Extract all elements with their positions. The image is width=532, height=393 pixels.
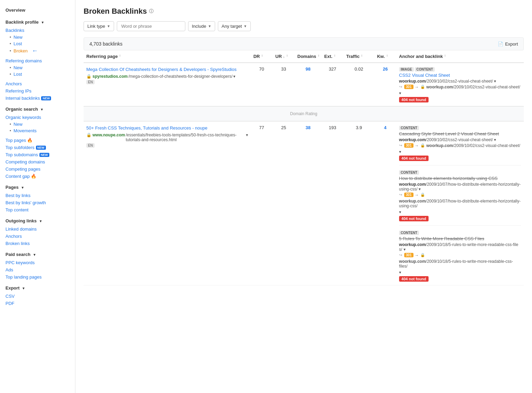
- anchor-title-link[interactable]: Cascading Style Sheet Level 2 Visual Che…: [399, 131, 521, 136]
- th-referring-info[interactable]: ⁱ: [120, 54, 120, 59]
- sidebar-top-subdomains[interactable]: Top subdomains NEW: [0, 151, 75, 158]
- tag-content: CONTENT: [399, 231, 419, 235]
- page-title-link[interactable]: Mega Collection Of Cheatsheets for Desig…: [86, 67, 237, 72]
- sidebar-backlinks-new[interactable]: • New: [0, 34, 75, 40]
- anchor-title-link[interactable]: 5 Rules To Write More Readable CSS Files: [399, 236, 521, 241]
- th-traffic-info[interactable]: ⁱ: [361, 54, 362, 59]
- tag-content: CONTENT: [399, 170, 419, 175]
- word-phrase-input[interactable]: [117, 21, 185, 31]
- fire-icon-top-pages: 🔥: [27, 138, 33, 143]
- sidebar-organic-new[interactable]: • New: [0, 121, 75, 127]
- domain-name[interactable]: www.noupe.com: [92, 133, 125, 137]
- cell-kw: 4: [374, 122, 396, 285]
- badge-404: 404 not found: [399, 216, 429, 221]
- sidebar-linked-domains[interactable]: Linked domains: [0, 225, 75, 233]
- cell-referring-page: Mega Collection Of Cheatsheets for Desig…: [84, 63, 251, 106]
- anchor-dropdown[interactable]: ▾: [494, 137, 496, 142]
- cell-dr: 70: [251, 63, 273, 106]
- domain-rating-tooltip-row: Domain Rating: [84, 106, 524, 122]
- lock-small-icon: 🔒: [420, 143, 425, 148]
- anchor-block: IMAGECONTENT CSS2 Visual Cheat Sheet woo…: [399, 66, 521, 102]
- sidebar-backlinks-lost[interactable]: • Lost: [0, 40, 75, 47]
- th-kw-info[interactable]: ⁱ: [387, 54, 387, 59]
- internal-backlinks-badge: NEW: [41, 96, 51, 100]
- sidebar-referring-ips[interactable]: Referring IPs: [0, 87, 75, 95]
- redirect-row: ↪ 301 → 🔒 woorkup.com/2009/10/02/css2-vi…: [399, 85, 521, 96]
- sidebar-best-by-links[interactable]: Best by links: [0, 192, 75, 199]
- sidebar-top-pages[interactable]: Top pages 🔥: [0, 137, 75, 144]
- redirect-dest-url[interactable]: woorkup.com/2009/10/02/css2-visual-cheat…: [426, 143, 520, 148]
- sidebar-backlinks-broken[interactable]: • Broken ←: [0, 47, 75, 54]
- sidebar-paid-search[interactable]: Paid search ▼: [0, 250, 75, 259]
- tag-content: CONTENT: [415, 67, 435, 72]
- domain-name[interactable]: spyrestudios.com: [92, 74, 128, 79]
- sidebar-organic-movements[interactable]: • Movements: [0, 127, 75, 134]
- th-ur-info[interactable]: ⁱ: [287, 54, 287, 59]
- redirect-dropdown[interactable]: ▾: [399, 149, 401, 154]
- any-target-dropdown[interactable]: Any target ▼: [218, 21, 251, 31]
- sidebar-referring-lost[interactable]: • Lost: [0, 71, 75, 77]
- redirect-arrow-icon: ↪: [399, 193, 402, 197]
- cell-kw: 26: [374, 63, 396, 106]
- sidebar-pages[interactable]: Pages ▼: [0, 183, 75, 192]
- sidebar-anchors2[interactable]: Anchors: [0, 233, 75, 240]
- sidebar: Overview Backlink profile ▼ Backlinks • …: [0, 0, 75, 393]
- dropdown-icon[interactable]: ▾: [246, 133, 248, 137]
- sidebar-broken-links[interactable]: Broken links: [0, 240, 75, 247]
- lang-badge: EN: [86, 80, 95, 84]
- redirect-dest-url[interactable]: woorkup.com/2009/10/18/5-rules-to-write-…: [399, 259, 521, 269]
- anchor-dropdown[interactable]: ▾: [404, 247, 406, 252]
- sidebar-content-gap[interactable]: Content gap 🔥: [0, 173, 75, 180]
- anchor-url: woorkup.com/2009/10/02/css2-visual-cheat…: [399, 137, 521, 142]
- sidebar-competing-domains[interactable]: Competing domains: [0, 158, 75, 165]
- sidebar-backlinks[interactable]: Backlinks: [0, 27, 75, 34]
- th-anchor-info[interactable]: ⁱ: [445, 54, 445, 59]
- sidebar-top-landing-pages[interactable]: Top landing pages: [0, 273, 75, 281]
- anchor-title-link[interactable]: CSS2 Visual Cheat Sheet: [399, 73, 521, 78]
- backlinks-table: Referring page ⁱ DR ⁱ UR ↓ ⁱ Domains ⁱ: [84, 50, 524, 285]
- sidebar-anchors[interactable]: Anchors: [0, 80, 75, 87]
- any-target-arrow: ▼: [244, 24, 247, 28]
- th-kw: Kw. ⁱ: [374, 50, 396, 63]
- sidebar-ppc-keywords[interactable]: PPC keywords: [0, 259, 75, 266]
- th-ur-sort[interactable]: ↓: [283, 55, 285, 59]
- cell-domains: 98: [295, 63, 322, 106]
- th-dr-info[interactable]: ⁱ: [262, 54, 262, 59]
- redirect-dropdown[interactable]: ▾: [399, 210, 401, 214]
- sidebar-ads[interactable]: Ads: [0, 266, 75, 273]
- include-dropdown[interactable]: Include ▼: [188, 21, 215, 31]
- th-ext-info[interactable]: ⁱ: [334, 54, 335, 59]
- sidebar-internal-backlinks[interactable]: Internal backlinks NEW: [0, 95, 75, 102]
- sidebar-organic-keywords[interactable]: Organic keywords: [0, 114, 75, 121]
- sidebar-export[interactable]: Export ▼: [0, 283, 75, 293]
- sidebar-overview[interactable]: Overview: [0, 5, 75, 15]
- redirect-dropdown[interactable]: ▾: [399, 91, 401, 96]
- tag-content: CONTENT: [399, 126, 419, 130]
- sidebar-top-subfolders[interactable]: Top subfolders NEW: [0, 144, 75, 151]
- sidebar-top-content[interactable]: Top content: [0, 206, 75, 213]
- anchor-title-link[interactable]: How to distribute elements horizontally …: [399, 176, 521, 181]
- sidebar-csv[interactable]: CSV: [0, 293, 75, 300]
- page-title-link[interactable]: 50+ Fresh CSS Techniques, Tutorials and …: [86, 125, 208, 131]
- link-type-dropdown[interactable]: Link type ▼: [84, 21, 114, 31]
- anchor-dropdown[interactable]: ▾: [494, 79, 496, 84]
- th-domains-info[interactable]: ⁱ: [318, 54, 319, 59]
- sidebar-outgoing-links[interactable]: Outgoing links ▼: [0, 216, 75, 225]
- sidebar-backlink-profile[interactable]: Backlink profile ▼: [0, 17, 75, 27]
- url-path: /essentials/freebies-tools-templates/50-…: [126, 133, 245, 142]
- export-icon: 📄: [498, 41, 503, 47]
- anchor-dropdown[interactable]: ▾: [419, 187, 421, 192]
- page-title-info-icon[interactable]: ⓘ: [149, 8, 153, 14]
- sidebar-best-by-links-growth[interactable]: Best by links' growth: [0, 199, 75, 206]
- badge-404: 404 not found: [399, 276, 429, 282]
- sidebar-competing-pages[interactable]: Competing pages: [0, 165, 75, 173]
- redirect-dest-url[interactable]: woorkup.com/2009/10/07/how-to-distribute…: [399, 199, 521, 208]
- dropdown-icon[interactable]: ▾: [233, 74, 235, 79]
- redirect-dropdown[interactable]: ▾: [399, 270, 401, 275]
- sidebar-referring-new[interactable]: • New: [0, 64, 75, 71]
- sidebar-referring-domains[interactable]: Referring domains: [0, 57, 75, 64]
- sidebar-organic-search[interactable]: Organic search ▼: [0, 105, 75, 114]
- sidebar-pdf[interactable]: PDF: [0, 300, 75, 307]
- export-button[interactable]: 📄 Export: [498, 41, 518, 47]
- redirect-dest-url[interactable]: woorkup.com/2009/10/02/css2-visual-cheat…: [426, 85, 520, 89]
